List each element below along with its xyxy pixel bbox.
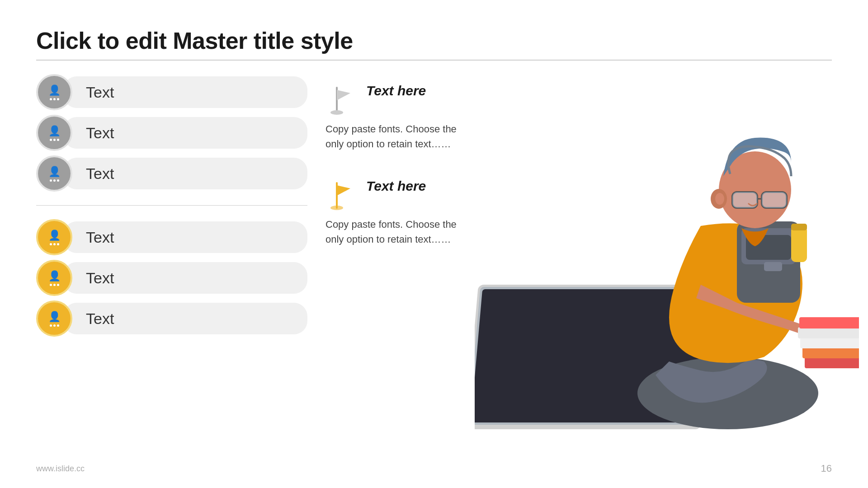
- svg-point-3: [330, 206, 343, 210]
- middle-panel: Text here Copy paste fonts. Choose the o…: [307, 74, 470, 337]
- svg-rect-12: [764, 262, 782, 271]
- dot: [57, 284, 59, 286]
- dot: [57, 324, 59, 327]
- svg-rect-23: [805, 357, 859, 368]
- icon-circle-gray-2: 👤: [36, 115, 72, 151]
- flag-text-area-bottom: Text here: [366, 178, 426, 194]
- person-icon: 👤: [48, 166, 61, 178]
- text-label-3: Text: [86, 165, 114, 183]
- person-icon: 👤: [48, 270, 61, 282]
- text-label-2: Text: [86, 124, 114, 142]
- section-top: 👤 Text: [36, 74, 307, 206]
- list-item: 👤 Text: [36, 155, 307, 192]
- flag-heading-top[interactable]: Text here: [366, 83, 426, 99]
- dot: [50, 179, 52, 182]
- icon-dots: [50, 243, 59, 245]
- icon-circle-yellow-1: 👤: [36, 219, 72, 255]
- text-label-5: Text: [86, 269, 114, 287]
- svg-rect-27: [799, 317, 859, 328]
- svg-rect-24: [802, 347, 859, 358]
- text-box-2[interactable]: Text: [63, 117, 307, 149]
- person-icon: 👤: [48, 230, 61, 241]
- icon-dots: [50, 139, 59, 141]
- flag-area-top: Text here: [326, 83, 470, 115]
- svg-rect-26: [798, 327, 859, 338]
- dot: [50, 243, 52, 245]
- yellow-flag-icon: [326, 178, 357, 210]
- footer-page: 16: [821, 463, 832, 474]
- flag-description-top: Copy paste fonts. Choose the only option…: [326, 122, 470, 151]
- footer: www.islide.cc 16: [36, 463, 832, 474]
- flag-text-area-top: Text here: [366, 83, 426, 99]
- icon-inner: 👤: [48, 166, 61, 182]
- icon-dots: [50, 284, 59, 286]
- flag-description-bottom: Copy paste fonts. Choose the only option…: [326, 217, 470, 247]
- icon-circle-yellow-3: 👤: [36, 300, 72, 337]
- text-box-6[interactable]: Text: [63, 303, 307, 334]
- list-item: 👤 Text: [36, 74, 307, 110]
- icon-circle-gray-1: 👤: [36, 74, 72, 110]
- svg-point-1: [330, 110, 343, 115]
- icon-inner: 👤: [48, 125, 61, 141]
- person-icon: 👤: [48, 311, 61, 323]
- dot: [57, 98, 59, 100]
- svg-rect-25: [800, 337, 859, 348]
- svg-rect-20: [762, 192, 787, 208]
- list-item: 👤 Text: [36, 219, 307, 255]
- flag-section-bottom: Text here Copy paste fonts. Choose the o…: [326, 165, 470, 247]
- icon-circle-yellow-2: 👤: [36, 260, 72, 296]
- icon-inner: 👤: [48, 230, 61, 245]
- text-box-1[interactable]: Text: [63, 76, 307, 108]
- icon-inner: 👤: [48, 84, 61, 100]
- text-box-4[interactable]: Text: [63, 221, 307, 253]
- dot: [53, 284, 56, 286]
- icon-dots: [50, 98, 59, 100]
- dot: [53, 98, 56, 100]
- dot: [57, 179, 59, 182]
- text-box-3[interactable]: Text: [63, 158, 307, 189]
- dot: [50, 139, 52, 141]
- dot: [50, 284, 52, 286]
- dot: [53, 139, 56, 141]
- illustration-area: [461, 45, 868, 443]
- dot: [57, 243, 59, 245]
- svg-point-22: [715, 193, 724, 205]
- list-item: 👤 Text: [36, 300, 307, 337]
- person-icon: 👤: [48, 84, 61, 96]
- text-label-6: Text: [86, 310, 114, 328]
- icon-inner: 👤: [48, 311, 61, 327]
- footer-url: www.islide.cc: [36, 464, 85, 474]
- flag-area-bottom: Text here: [326, 178, 470, 210]
- person-icon: 👤: [48, 125, 61, 137]
- flag-section-top: Text here Copy paste fonts. Choose the o…: [326, 74, 470, 165]
- svg-rect-14: [791, 224, 807, 230]
- dot: [53, 243, 56, 245]
- icon-inner: 👤: [48, 270, 61, 286]
- svg-rect-13: [791, 226, 807, 262]
- icon-dots: [50, 324, 59, 327]
- icon-circle-gray-3: 👤: [36, 155, 72, 192]
- text-box-5[interactable]: Text: [63, 262, 307, 294]
- section-bottom: 👤 Text: [36, 219, 307, 337]
- dot: [53, 324, 56, 327]
- dot: [50, 324, 52, 327]
- gray-flag-icon: [326, 83, 357, 115]
- list-item: 👤 Text: [36, 115, 307, 151]
- flag-heading-bottom[interactable]: Text here: [366, 178, 426, 194]
- student-illustration: [475, 68, 859, 438]
- dot: [50, 98, 52, 100]
- text-label-1: Text: [86, 84, 114, 101]
- icon-dots: [50, 179, 59, 182]
- dot: [57, 139, 59, 141]
- list-item: 👤 Text: [36, 260, 307, 296]
- dot: [53, 179, 56, 182]
- left-panel: 👤 Text: [36, 74, 307, 337]
- text-label-4: Text: [86, 229, 114, 246]
